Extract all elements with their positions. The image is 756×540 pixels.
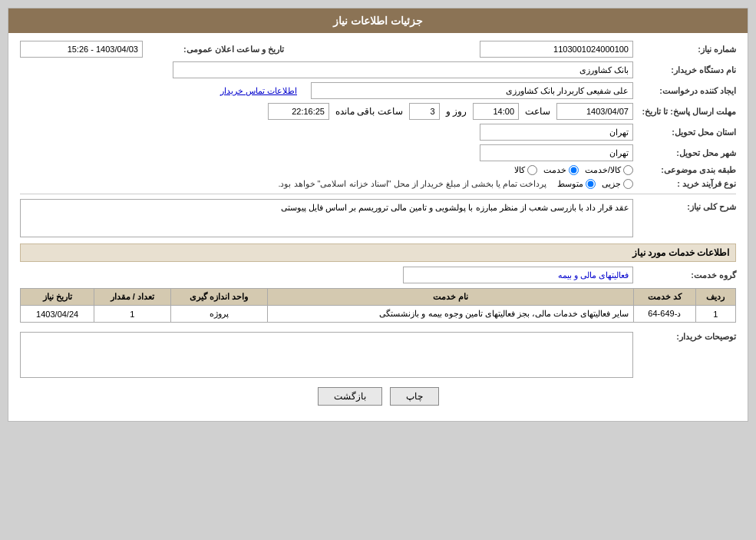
province-label: استان محل تحویل:	[636, 128, 736, 137]
radio-medium-label: متوسط	[557, 179, 583, 189]
category-radio-group: کالا/خدمت خدمت کالا	[514, 165, 633, 175]
col-name: نام خدمت	[267, 289, 633, 306]
radio-service-label: خدمت	[543, 165, 566, 175]
radio-goods-input[interactable]	[527, 165, 537, 175]
creator-label: ایجاد کننده درخواست:	[636, 86, 736, 96]
city-label: شهر محل تحویل:	[636, 148, 736, 158]
col-row: ردیف	[695, 289, 735, 306]
creator-input	[311, 82, 633, 99]
deadline-date-input	[556, 103, 633, 120]
deadline-time-input	[473, 103, 519, 120]
process-radio-group: جزیی متوسط	[557, 179, 633, 189]
cell-date: 1403/04/24	[21, 306, 94, 323]
services-section-title: اطلاعات خدمات مورد نیاز	[20, 243, 736, 262]
cell-unit: پروژه	[170, 306, 267, 323]
table-row: 1 د-649-64 سایر فعالیتهای خدمات مالی، بج…	[21, 306, 736, 323]
radio-partial: جزیی	[602, 179, 633, 189]
province-input	[480, 124, 633, 141]
radio-goods-service-input[interactable]	[623, 165, 633, 175]
back-button[interactable]: بازگشت	[318, 387, 382, 406]
cell-qty: 1	[94, 306, 170, 323]
cell-code: د-649-64	[633, 306, 695, 323]
radio-partial-label: جزیی	[602, 179, 621, 189]
buyer-notes-label: توصیحات خریدار:	[636, 329, 736, 342]
radio-goods-service-label: کالا/خدمت	[585, 165, 621, 175]
process-note: پرداخت تمام یا بخشی از مبلغ خریدار از مح…	[20, 179, 546, 189]
radio-goods-service: کالا/خدمت	[585, 165, 633, 175]
city-input	[480, 144, 633, 161]
days-label: روز و	[443, 106, 470, 117]
radio-goods-label: کالا	[514, 165, 525, 175]
divider-1	[20, 194, 736, 194]
deadline-remaining-input	[268, 103, 329, 120]
col-qty: تعداد / مقدار	[94, 289, 170, 306]
number-label: شماره نیاز:	[636, 45, 736, 55]
radio-medium: متوسط	[557, 179, 596, 189]
group-input	[403, 267, 633, 283]
description-box: عقد قرار داد با بازرسی شعب از منظر مبارز…	[20, 199, 633, 237]
services-table: ردیف کد خدمت نام خدمت واحد اندازه گیری ت…	[20, 288, 736, 323]
radio-medium-input[interactable]	[586, 179, 596, 189]
time-label: ساعت	[522, 106, 553, 117]
radio-service-input[interactable]	[569, 165, 579, 175]
category-label: طبقه بندی موضوعی:	[636, 165, 736, 175]
radio-partial-input[interactable]	[623, 179, 633, 189]
deadline-days-input	[409, 103, 440, 120]
radio-service: خدمت	[543, 165, 579, 175]
buyer-notes-box	[20, 332, 633, 378]
button-row: چاپ بازگشت	[20, 387, 736, 406]
deadline-label: مهلت ارسال پاسخ: تا تاریخ:	[636, 107, 736, 117]
cell-name: سایر فعالیتهای خدمات مالی، بجز فعالیتهای…	[267, 306, 633, 323]
cell-row: 1	[695, 306, 735, 323]
number-input	[480, 41, 633, 58]
process-label: نوع فرآیند خرید :	[636, 179, 736, 189]
col-unit: واحد اندازه گیری	[170, 289, 267, 306]
group-label: گروه خدمت:	[636, 270, 736, 280]
buyer-name-label: نام دستگاه خریدار:	[636, 65, 736, 75]
contact-link[interactable]: اطلاعات تماس خریدار	[220, 86, 297, 96]
date-input	[20, 41, 143, 58]
buyer-name-input	[173, 61, 633, 78]
radio-goods: کالا	[514, 165, 537, 175]
description-label: شرح کلی نیاز:	[636, 199, 736, 212]
page-title: جزئیات اطلاعات نیاز	[8, 8, 748, 33]
col-date: تاریخ نیاز	[21, 289, 94, 306]
date-label: تاریخ و ساعت اعلان عمومی:	[146, 45, 284, 55]
remaining-label: ساعت باقی مانده	[332, 106, 406, 117]
print-button[interactable]: چاپ	[390, 387, 439, 406]
col-code: کد خدمت	[633, 289, 695, 306]
